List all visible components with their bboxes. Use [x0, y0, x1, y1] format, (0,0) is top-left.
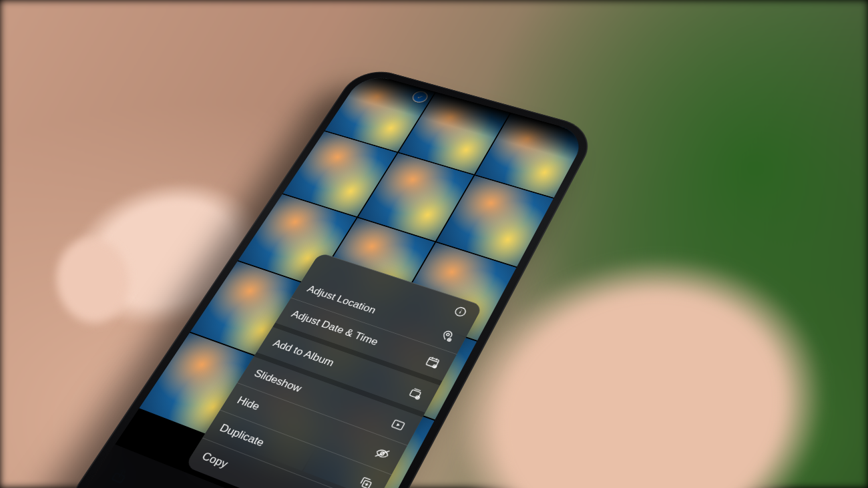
svg-line-17	[432, 357, 433, 359]
info-circle-icon	[451, 304, 470, 320]
menu-item-label: Copy	[199, 450, 230, 471]
menu-item-label: Duplicate	[217, 422, 266, 449]
svg-point-24	[461, 310, 462, 310]
rectangle-stack-plus-icon	[405, 385, 426, 402]
iphone-frame: ✓	[53, 65, 600, 488]
plus-square-on-square-icon	[355, 474, 377, 488]
svg-line-21	[434, 366, 435, 367]
svg-point-11	[446, 333, 450, 336]
checkmark-circle-icon: ✓	[410, 89, 431, 104]
play-rectangle-icon	[388, 416, 409, 434]
eye-slash-icon	[372, 445, 393, 463]
stage: ✓	[0, 0, 868, 488]
svg-line-5	[365, 484, 369, 485]
svg-line-14	[449, 340, 450, 340]
iphone-screen: ✓	[67, 72, 588, 488]
svg-line-23	[459, 311, 461, 313]
menu-item-label: Hide	[234, 395, 262, 413]
map-pin-edit-icon	[437, 327, 457, 343]
calendar-plus-icon	[423, 354, 443, 371]
svg-line-18	[436, 358, 437, 360]
